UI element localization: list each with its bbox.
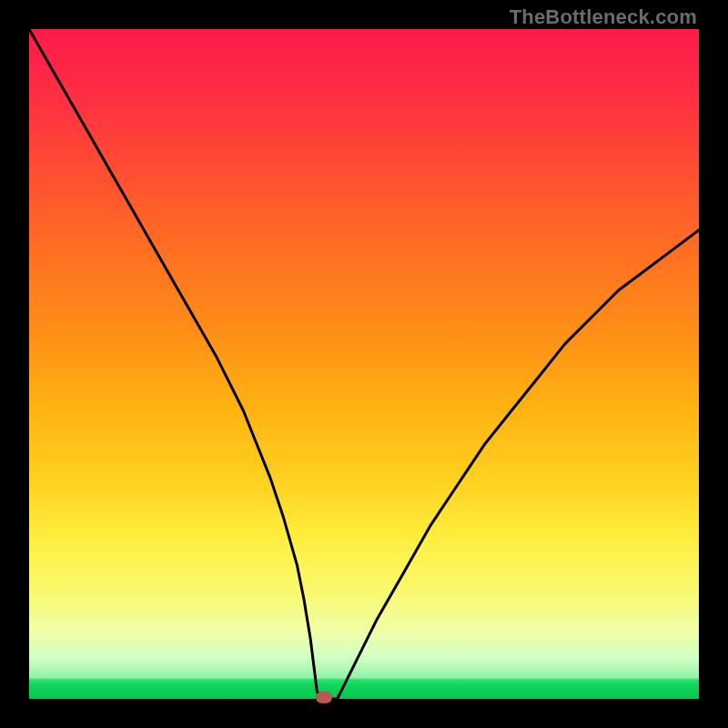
curve-svg [29,29,699,699]
optimal-point-marker [316,692,332,703]
bottleneck-curve [29,29,699,699]
watermark-text: TheBottleneck.com [510,5,697,29]
chart-frame: TheBottleneck.com [0,0,728,728]
plot-area [29,29,699,699]
